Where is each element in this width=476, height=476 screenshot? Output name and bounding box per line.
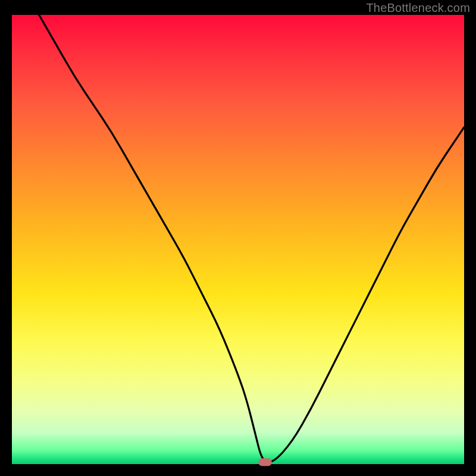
watermark-label: TheBottleneck.com xyxy=(366,1,470,15)
chart-svg xyxy=(12,15,464,464)
minimum-marker xyxy=(259,458,272,466)
bottleneck-curve xyxy=(39,15,464,462)
chart-frame: TheBottleneck.com xyxy=(0,0,476,476)
chart-plot-area xyxy=(12,15,464,464)
